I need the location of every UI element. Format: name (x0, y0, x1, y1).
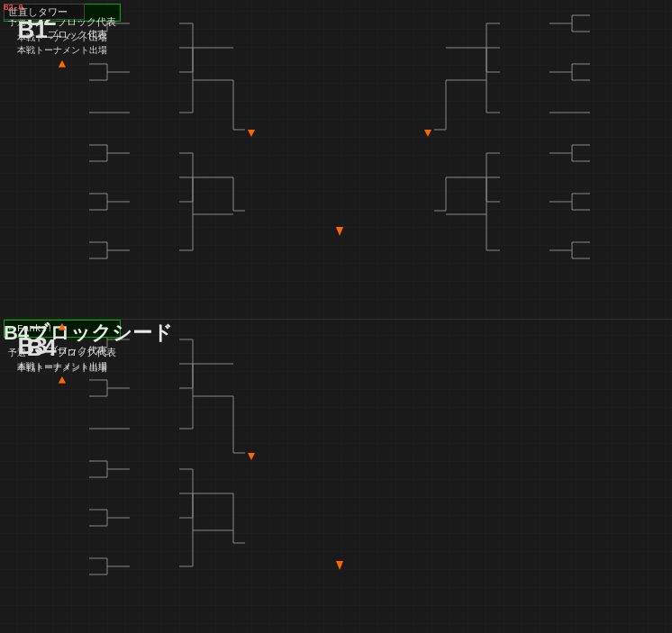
b4-block-label-bottom: ▲ 予選 B4 ブロック代表 本戦トーナメント出場 (4, 320, 121, 375)
svg-marker-84 (336, 227, 343, 236)
match-label: B2-9 (4, 4, 23, 13)
svg-marker-81 (424, 130, 431, 137)
svg-marker-39 (248, 130, 255, 137)
bottom-half: RodeoGaming PinkPanty☆ B3-4 まったーり。 Merry… (4, 320, 672, 633)
bracket-container: (≧⊿≦) HertsCry B1-3 BlaSt+ AxRage B1-4 B… (0, 0, 672, 633)
svg-marker-104 (248, 453, 255, 460)
svg-marker-127 (336, 561, 343, 570)
top-half: (≧⊿≦) HertsCry B1-3 BlaSt+ AxRage B1-4 B… (4, 4, 672, 319)
